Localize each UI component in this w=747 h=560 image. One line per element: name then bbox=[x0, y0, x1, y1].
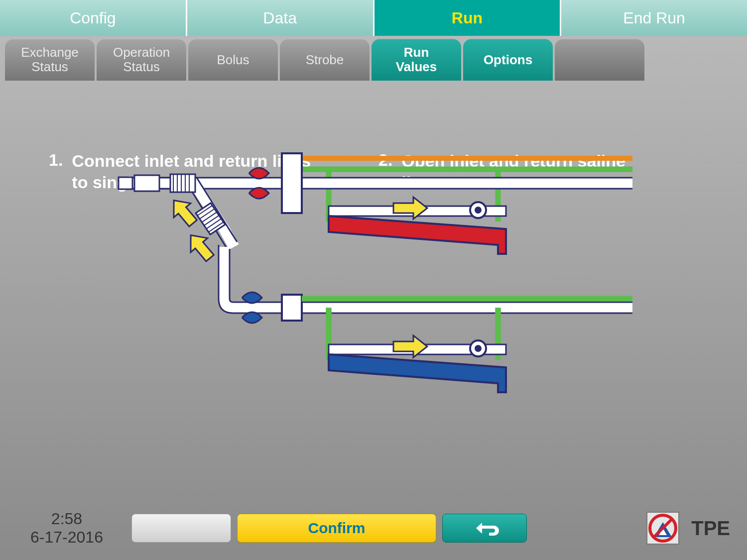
date-value: 6-17-2016 bbox=[17, 528, 117, 547]
svg-rect-15 bbox=[170, 174, 195, 192]
blank-button[interactable] bbox=[131, 514, 231, 543]
subtab-options[interactable]: Options bbox=[463, 39, 553, 81]
svg-rect-21 bbox=[282, 295, 302, 321]
clock-display: 2:58 6-17-2016 bbox=[17, 510, 117, 547]
subtab-strobe[interactable]: Strobe bbox=[280, 39, 370, 81]
svg-rect-7 bbox=[134, 175, 159, 191]
step-number: 1. bbox=[49, 150, 63, 193]
tab-end-run[interactable]: End Run bbox=[561, 0, 747, 36]
mode-area: TPE bbox=[646, 512, 730, 545]
content-area: 1. Connect inlet and return lines to sin… bbox=[0, 81, 747, 145]
subtab-bolus[interactable]: Bolus bbox=[188, 39, 278, 81]
svg-point-29 bbox=[475, 345, 482, 352]
connection-diagram bbox=[115, 149, 632, 413]
svg-point-5 bbox=[475, 207, 482, 214]
tab-run[interactable]: Run bbox=[374, 0, 562, 36]
svg-rect-1 bbox=[282, 153, 302, 213]
mode-label: TPE bbox=[691, 517, 730, 540]
action-buttons: Confirm bbox=[131, 514, 527, 543]
subtab-operation-status[interactable]: Operation Status bbox=[97, 39, 186, 81]
tab-config[interactable]: Config bbox=[0, 0, 187, 36]
subtab-run-values[interactable]: Run Values bbox=[372, 39, 461, 81]
subtab-empty bbox=[555, 39, 644, 81]
sub-tabs: Exchange Status Operation Status Bolus S… bbox=[0, 36, 747, 81]
svg-rect-6 bbox=[119, 177, 132, 189]
back-arrow-icon bbox=[467, 520, 502, 537]
back-button[interactable] bbox=[442, 514, 527, 543]
confirm-button[interactable]: Confirm bbox=[237, 514, 436, 543]
main-tabs: Config Data Run End Run bbox=[0, 0, 747, 36]
time-value: 2:58 bbox=[17, 510, 117, 528]
stop-pause-icon[interactable] bbox=[646, 512, 679, 545]
subtab-exchange-status[interactable]: Exchange Status bbox=[5, 39, 95, 81]
bottom-bar: 2:58 6-17-2016 Confirm TPE bbox=[0, 506, 747, 550]
tab-data[interactable]: Data bbox=[187, 0, 374, 36]
